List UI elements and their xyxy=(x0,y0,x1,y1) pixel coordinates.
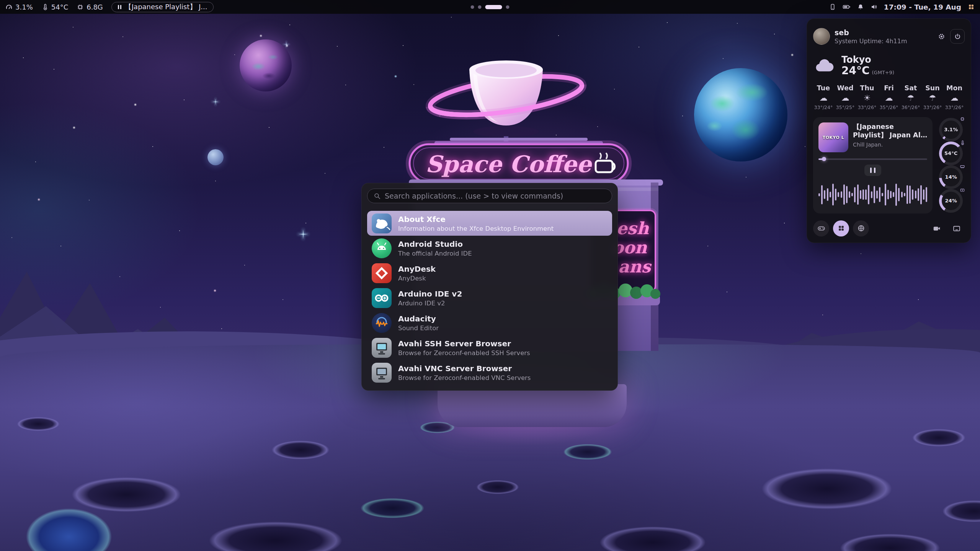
track-progress-bar[interactable] xyxy=(818,158,927,160)
weather-rain-icon: ☂ xyxy=(907,94,915,102)
gauge-ring: 54°C xyxy=(939,142,963,165)
app-name: Arduino IDE v2 xyxy=(398,289,462,298)
weather-cloud-icon: ☁ xyxy=(841,94,849,102)
forecast-day: Sun ☂ 33°/26° xyxy=(922,84,943,110)
notification-bell-icon[interactable] xyxy=(857,3,864,10)
search-bar xyxy=(367,189,612,203)
small-moon xyxy=(207,149,224,165)
forecast-temps: 35°/25° xyxy=(836,104,855,110)
track-title: 【Japanese Playlist】 Japan All Night - To… xyxy=(853,122,927,140)
weather-forecast: Tue ☁ 33°/24° Wed ☁ 35°/25° Thu ☀ 33°/26… xyxy=(813,84,965,110)
forecast-day: Thu ☀ 33°/26° xyxy=(857,84,877,110)
app-row-audacity[interactable]: Audacity Sound Editor xyxy=(367,310,612,335)
weather-rain-icon: ☂ xyxy=(929,94,936,102)
disk-icon xyxy=(960,187,965,193)
app-row-anydesk[interactable]: AnyDesk AnyDesk xyxy=(367,261,612,285)
app-description: The official Android IDE xyxy=(398,250,472,257)
play-pause-button[interactable] xyxy=(864,165,881,176)
forecast-day-name: Fri xyxy=(884,84,893,92)
uptime: System Uptime: 4h11m xyxy=(835,37,907,45)
temperature-value: 54°C xyxy=(51,3,68,11)
globe-icon xyxy=(857,224,865,232)
power-button[interactable] xyxy=(950,29,965,44)
thermometer-icon xyxy=(41,3,49,11)
search-input[interactable] xyxy=(385,192,606,200)
sparkle-star xyxy=(212,98,219,106)
volume-icon[interactable] xyxy=(871,3,877,10)
app-launcher: About Xfce Information about the Xfce De… xyxy=(361,183,618,391)
workspace-dot-active[interactable] xyxy=(485,5,502,9)
forecast-day: Mon ☁ 33°/26° xyxy=(944,84,965,110)
grid-icon xyxy=(838,225,845,232)
weather-cloud-icon: ☁ xyxy=(820,94,828,102)
tablet-button[interactable] xyxy=(949,220,965,236)
phone-icon[interactable] xyxy=(829,3,836,10)
workspace-dot-4[interactable] xyxy=(506,5,510,9)
workspace-dot-2[interactable] xyxy=(478,5,482,9)
gauge-value: 14% xyxy=(945,174,957,180)
gamepad-icon xyxy=(817,224,825,232)
app-name: Avahi VNC Server Browser xyxy=(398,364,531,373)
gauge-value: 54°C xyxy=(944,150,957,156)
weather-widget: Tokyo 24°C(GMT+9) Tue ☁ 33°/24° Wed ☁ 35… xyxy=(813,55,965,110)
forecast-day: Tue ☁ 33°/24° xyxy=(813,84,834,110)
app-row-avahi-vnc[interactable]: Avahi VNC Server Browser Browse for Zero… xyxy=(367,360,612,385)
crater xyxy=(264,438,337,462)
gamepad-button[interactable] xyxy=(813,220,829,236)
forecast-temps: 33°/26° xyxy=(945,104,964,110)
workspace-indicator xyxy=(471,0,510,14)
window-neon-line: esh xyxy=(616,218,649,238)
app-description: Browse for Zeroconf-enabled SSH Servers xyxy=(398,349,530,357)
memory-chip-icon xyxy=(77,3,84,11)
cpu-chip-icon xyxy=(960,116,965,122)
app-name: Android Studio xyxy=(398,240,472,249)
tablet-icon xyxy=(952,224,961,233)
memory-value: 6.8G xyxy=(87,3,103,11)
forecast-temps: 36°/26° xyxy=(902,104,920,110)
audio-visualizer xyxy=(818,181,927,208)
album-art: TOKYO L xyxy=(818,122,848,152)
anydesk-icon xyxy=(372,263,392,283)
app-row-arduino-ide[interactable]: Arduino IDE v2 Arduino IDE v2 xyxy=(367,285,612,310)
weather-sun-icon: ☀ xyxy=(864,94,871,102)
forecast-day: Fri ☁ 35°/26° xyxy=(879,84,899,110)
window-neon-line: ans xyxy=(618,257,652,276)
neon-sign-text: Space Coffee xyxy=(425,151,592,178)
clock[interactable]: 17:09 - Tue, 19 Aug xyxy=(884,3,961,11)
gauge-value: 3.1% xyxy=(944,127,958,132)
music-player: TOKYO L 【Japanese Playlist】 Japan All Ni… xyxy=(813,117,933,214)
forecast-temps: 35°/26° xyxy=(880,104,898,110)
web-button[interactable] xyxy=(853,220,869,236)
cpu-value: 3.1% xyxy=(15,3,33,11)
quick-actions xyxy=(813,220,965,236)
app-description: Browse for Zeroconf-enabled VNC Servers xyxy=(398,374,531,381)
app-row-avahi-ssh[interactable]: Avahi SSH Server Browser Browse for Zero… xyxy=(367,335,612,360)
weather-cloud-icon: ☁ xyxy=(885,94,893,102)
forecast-temps: 33°/24° xyxy=(814,104,833,110)
android-studio-icon xyxy=(372,238,392,258)
cpu-gauge-icon xyxy=(5,3,13,11)
gauge-ring: 3.1% xyxy=(939,118,963,142)
purple-planet xyxy=(240,39,292,91)
memory-stat: 6.8G xyxy=(77,3,103,11)
app-name: AnyDesk xyxy=(398,264,436,274)
now-playing-pill[interactable]: 【Japanese Playlist】 J... xyxy=(111,2,214,12)
weather-timezone: (GMT+9) xyxy=(872,70,895,75)
control-panel: seb System Uptime: 4h11m xyxy=(807,18,971,243)
forecast-day-name: Thu xyxy=(860,84,874,92)
app-name: Avahi SSH Server Browser xyxy=(398,339,530,348)
app-description: Information about the Xfce Desktop Envir… xyxy=(398,225,554,232)
search-icon xyxy=(374,192,381,200)
app-grid-icon[interactable] xyxy=(968,3,975,10)
app-row-android-studio[interactable]: Android Studio The official Android IDE xyxy=(367,236,612,261)
forecast-day-name: Mon xyxy=(946,84,962,92)
screen-record-button[interactable] xyxy=(929,220,945,236)
crater xyxy=(745,463,909,515)
settings-button[interactable] xyxy=(938,33,946,41)
battery-icon[interactable] xyxy=(843,3,851,10)
pause-icon xyxy=(118,5,121,9)
app-row-about-xfce[interactable]: About Xfce Information about the Xfce De… xyxy=(367,211,612,236)
sparkle-star xyxy=(283,41,290,48)
workspace-dot-1[interactable] xyxy=(471,5,474,9)
app-grid-button[interactable] xyxy=(833,220,849,236)
